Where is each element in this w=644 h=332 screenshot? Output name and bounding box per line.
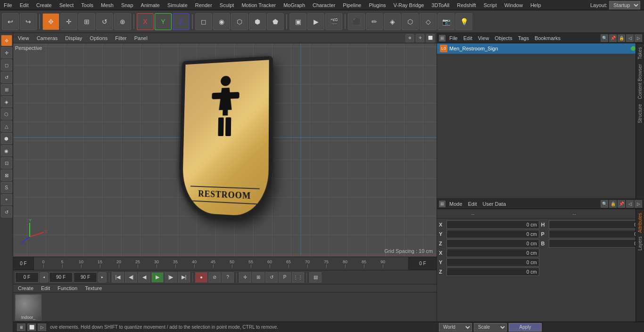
menu-mesh[interactable]: Mesh — [97, 1, 117, 9]
viewport-canvas[interactable]: Perspective — [13, 43, 437, 257]
coord-h-rot-value[interactable]: 0° — [549, 220, 642, 229]
left-tool-select[interactable]: ✥ — [1, 35, 12, 46]
deformer-button[interactable]: ◇ — [420, 13, 437, 30]
viewport-menu-display[interactable]: Display — [62, 34, 85, 42]
render-button[interactable]: 🎬 — [325, 13, 342, 30]
cube-object-button[interactable]: ⬛ — [348, 13, 365, 30]
points-mode-button[interactable]: ◉ — [213, 13, 230, 30]
camera-button[interactable]: 📷 — [438, 13, 454, 30]
timeline-ruler[interactable]: 0 5 10 15 20 25 30 35 40 45 50 55 60 65 … — [34, 257, 408, 270]
right-menu-view[interactable]: View — [476, 34, 491, 42]
render-preview-button[interactable]: ▶ — [307, 13, 324, 30]
menu-tools[interactable]: Tools — [77, 1, 97, 9]
mat-menu-texture[interactable]: Texture — [83, 284, 104, 292]
left-tool-4[interactable]: ◈ — [1, 96, 12, 107]
redo-button[interactable]: ↪ — [20, 13, 37, 30]
left-tool-11[interactable]: S — [1, 182, 12, 193]
object-row-men-restroom[interactable]: L0 Men_Restroom_Sign — [437, 43, 644, 54]
object-mode-button[interactable]: ◻ — [195, 13, 212, 30]
viewport-menu-filter[interactable]: Filter — [112, 34, 129, 42]
tab-layers[interactable]: Layers — [636, 235, 644, 252]
coord-x-size-value[interactable]: 0 cm — [446, 249, 539, 257]
menu-help[interactable]: Help — [527, 1, 545, 9]
uvw-mode-button[interactable]: ⬟ — [267, 13, 284, 30]
menu-window[interactable]: Window — [501, 1, 527, 9]
mat-menu-edit[interactable]: Edit — [39, 284, 52, 292]
auto-key-button[interactable]: ⊘ — [208, 272, 221, 283]
scale-tool-button[interactable]: ⊞ — [78, 13, 95, 30]
coord-b-rot-value[interactable]: 0° — [549, 239, 642, 248]
left-tool-5[interactable]: ⬡ — [1, 108, 12, 120]
transform-tool-button[interactable]: ⊕ — [114, 13, 131, 30]
left-tool-12[interactable]: ⌖ — [1, 194, 12, 205]
right-menu-bookmarks[interactable]: Bookmarks — [533, 34, 562, 42]
polygon-mode-button[interactable]: ⬢ — [249, 13, 266, 30]
right-menu-objects[interactable]: Objects — [493, 34, 514, 42]
menu-edit[interactable]: Edit — [16, 1, 33, 9]
attr-pin-icon[interactable]: 📌 — [618, 200, 625, 208]
mat-menu-function[interactable]: Function — [56, 284, 79, 292]
viewport-icon-3[interactable]: ⬜ — [426, 34, 435, 42]
menu-script[interactable]: Script — [480, 1, 501, 9]
left-tool-10[interactable]: ⊠ — [1, 170, 12, 181]
move-tool-button[interactable]: ✛ — [60, 13, 77, 30]
left-tool-8[interactable]: ◉ — [1, 145, 12, 156]
scale-dropdown[interactable]: Scale — [474, 323, 507, 332]
edges-mode-button[interactable]: ⬡ — [231, 13, 248, 30]
tab-content-browser[interactable]: Content Browser — [636, 62, 644, 101]
status-icon-3[interactable]: ▷ — [38, 324, 46, 331]
play-button[interactable]: ▶ — [151, 272, 164, 283]
viewport-icon-1[interactable]: ⊕ — [405, 34, 414, 42]
right-pin-icon[interactable]: 📌 — [609, 34, 617, 42]
menu-plugins[interactable]: Plugins — [365, 1, 389, 9]
menu-select[interactable]: Select — [56, 1, 78, 9]
menu-create[interactable]: Create — [33, 1, 56, 9]
menu-sculpt[interactable]: Sculpt — [216, 1, 238, 9]
status-icon-2[interactable]: ⬜ — [27, 324, 36, 331]
timeline-button[interactable]: ▤ — [309, 272, 322, 283]
nurbs-button[interactable]: ◈ — [384, 13, 401, 30]
spline-button[interactable]: ✏ — [366, 13, 383, 30]
right-arrow-icon[interactable]: ◁ — [626, 34, 634, 42]
right-search-icon[interactable]: 🔍 — [601, 34, 608, 42]
left-tool-move[interactable]: ✛ — [1, 47, 12, 58]
viewport-menu-cameras[interactable]: Cameras — [34, 34, 61, 42]
material-preview-indoor[interactable]: Indoor_ — [15, 294, 41, 321]
attr-menu-mode[interactable]: Mode — [447, 200, 464, 208]
apply-button[interactable]: Apply — [509, 323, 542, 332]
tab-takes[interactable]: Takes — [636, 45, 644, 61]
prev-play-button[interactable]: ◀ — [138, 272, 150, 283]
transport-start-frame[interactable] — [15, 272, 39, 283]
scale-key-button[interactable]: ⊞ — [252, 272, 264, 283]
status-icon-1[interactable]: 🖥 — [17, 324, 25, 331]
menu-animate[interactable]: Animate — [137, 1, 164, 9]
attr-lock-icon[interactable]: 🔒 — [609, 200, 617, 208]
menu-motion-tracker[interactable]: Motion Tracker — [238, 1, 280, 9]
transport-end-frame-2[interactable] — [74, 272, 97, 283]
menu-vray[interactable]: V-Ray Bridge — [390, 1, 428, 9]
param-key-button[interactable]: P — [279, 272, 291, 283]
undo-button[interactable]: ↩ — [2, 13, 19, 30]
point-key-button[interactable]: ⋮⋮ — [292, 272, 304, 283]
y-axis-button[interactable]: Y — [155, 13, 172, 30]
coord-z-size-value[interactable]: 0 cm — [446, 267, 539, 276]
menu-3dtoall[interactable]: 3DToAll — [428, 1, 453, 9]
tab-attributes[interactable]: Attributes — [636, 211, 644, 235]
left-tool-2[interactable]: ↺ — [1, 72, 12, 83]
selection-tool-button[interactable]: ✥ — [42, 13, 59, 30]
menu-simulate[interactable]: Simulate — [164, 1, 191, 9]
menu-snap[interactable]: Snap — [117, 1, 137, 9]
right-lock-icon[interactable]: 🔒 — [618, 34, 625, 42]
attr-arrow-icon[interactable]: ◁ — [626, 200, 634, 208]
next-frame-button[interactable]: |▶ — [165, 272, 177, 283]
left-tool-9[interactable]: ⊡ — [1, 157, 12, 169]
menu-file[interactable]: File — [0, 1, 16, 9]
coord-x-pos-value[interactable]: 0 cm — [446, 220, 539, 229]
tab-structure[interactable]: Structure — [636, 102, 644, 125]
x-axis-button[interactable]: X — [137, 13, 154, 30]
viewport-menu-options[interactable]: Options — [87, 34, 110, 42]
move-key-button[interactable]: ✛ — [239, 272, 251, 283]
menu-mograph[interactable]: MoGraph — [280, 1, 309, 9]
go-start-button[interactable]: |◀ — [112, 272, 124, 283]
mograph-object-button[interactable]: ⬡ — [402, 13, 419, 30]
